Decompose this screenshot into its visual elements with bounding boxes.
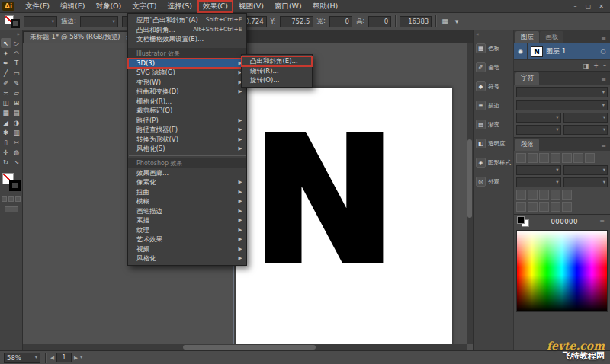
vertical-scrollbar-thumb[interactable]: [467, 139, 472, 218]
panel-button[interactable]: [516, 202, 526, 212]
align-center-button[interactable]: [528, 153, 538, 163]
column-graph-tool[interactable]: ▥: [11, 127, 22, 137]
dock-item-stroke[interactable]: ≡ 描边: [474, 96, 513, 115]
panel-button[interactable]: [551, 202, 560, 212]
rotate-tool[interactable]: ↻: [1, 157, 11, 167]
scale-tool[interactable]: ↘: [11, 157, 22, 167]
dock-item-transparency[interactable]: ◧ 透明度: [474, 134, 513, 153]
panel-menu-icon[interactable]: ≡: [601, 142, 608, 151]
menu-item-pixelate[interactable]: 像素化 ▶: [128, 177, 246, 187]
panel-button[interactable]: [528, 190, 538, 200]
slice-tool[interactable]: ✂: [11, 137, 22, 147]
menu-item-video[interactable]: 视频 ▶: [128, 244, 246, 254]
menu-item-pathfinder[interactable]: 路径查找器(F) ▶: [128, 125, 246, 135]
window-minimize-button[interactable]: –: [570, 3, 581, 10]
tab-layers[interactable]: 图层: [515, 31, 539, 43]
font-style-select[interactable]: ▾: [516, 100, 608, 110]
width-tool[interactable]: ≍: [1, 88, 11, 97]
document-tab[interactable]: 未标题-1* @ 58% (RGB/预览) ✕: [23, 31, 137, 43]
kerning-field[interactable]: ▾: [516, 125, 561, 135]
dock-item-symbols[interactable]: ◆ 符号: [474, 77, 513, 96]
justify-all-button[interactable]: [585, 153, 595, 163]
menu-item-distort[interactable]: 扭曲 ▶: [128, 187, 246, 197]
menu-item-sketch[interactable]: 素描 ▶: [128, 216, 246, 225]
free-transform-tool[interactable]: ▱: [11, 88, 22, 97]
tab-paragraph[interactable]: 段落: [515, 139, 539, 151]
panel-button[interactable]: [562, 202, 572, 212]
justify-right-button[interactable]: [573, 153, 583, 163]
visibility-eye-icon[interactable]: ◉: [514, 43, 528, 59]
artboard[interactable]: N: [236, 88, 452, 350]
window-close-button[interactable]: ✕: [596, 3, 607, 10]
layer-target-icon[interactable]: ○: [596, 48, 610, 55]
indent-left-field[interactable]: ▾: [516, 165, 561, 175]
panel-menu-icon[interactable]: ≡: [601, 76, 608, 85]
draw-behind-button[interactable]: [8, 196, 14, 202]
font-size-field[interactable]: ▾: [516, 113, 561, 123]
dock-item-graphic-styles[interactable]: ◈ 图形样式: [474, 153, 513, 172]
menu-item-document-raster-effects-settings[interactable]: 文档栅格效果设置(E)...: [128, 34, 246, 44]
misc-field[interactable]: 16383: [400, 16, 432, 27]
dock-item-swatches[interactable]: ▦ 色板: [474, 39, 513, 58]
indent-right-field[interactable]: ▾: [563, 165, 608, 175]
layer-name[interactable]: 图层 1: [546, 46, 596, 56]
hand-tool[interactable]: ✛: [1, 147, 11, 157]
draw-inside-button[interactable]: [15, 196, 21, 202]
menu-item-svg-filters[interactable]: SVG 滤镜(G) ▶: [128, 68, 246, 78]
panel-button[interactable]: [562, 190, 572, 200]
font-family-select[interactable]: ▾: [516, 87, 608, 97]
fill-stroke-swatches[interactable]: [5, 15, 20, 28]
new-layer-icon[interactable]: +: [593, 62, 599, 69]
canvas[interactable]: N: [23, 43, 473, 350]
shape-builder-tool[interactable]: ◫: [1, 97, 11, 107]
delete-layer-icon[interactable]: –: [603, 62, 606, 69]
window-maximize-button[interactable]: ▢: [583, 3, 594, 10]
artboard-number-field[interactable]: 1: [56, 353, 72, 362]
artboard-next-icon[interactable]: ▶: [74, 355, 78, 361]
horizontal-scrollbar[interactable]: [23, 344, 467, 350]
brush-definition-select[interactable]: ▾: [24, 16, 57, 27]
panel-menu-icon[interactable]: ≡: [599, 218, 607, 226]
hex-value[interactable]: 000000: [551, 218, 577, 225]
lasso-tool[interactable]: ◠: [11, 48, 22, 58]
menu-item-extrude-bevel-options[interactable]: 凸出和斜角... Alt+Shift+Ctrl+E: [128, 25, 246, 35]
width-field[interactable]: 0: [329, 16, 352, 27]
tab-character[interactable]: 字符: [515, 72, 539, 85]
panel-button[interactable]: [551, 190, 560, 200]
submenu-item-extrude-bevel[interactable]: 凸出和斜角(E)...: [242, 56, 312, 66]
symbol-sprayer-tool[interactable]: ✱: [1, 127, 11, 137]
menu-item-path[interactable]: 路径(P) ▶: [128, 116, 246, 126]
justify-left-button[interactable]: [551, 153, 560, 163]
y-field[interactable]: 752.5: [280, 16, 313, 27]
leading-field[interactable]: ▾: [563, 113, 608, 123]
dock-item-brushes[interactable]: ✐ 画笔: [474, 58, 513, 77]
menu-item-rasterize[interactable]: 栅格化(R)...: [128, 97, 246, 107]
screen-mode-button[interactable]: [5, 206, 18, 212]
arrange-documents-icon[interactable]: ▦: [440, 18, 450, 25]
dock-item-appearance[interactable]: ◎ 外观: [474, 172, 513, 191]
menu-object[interactable]: 对象(O): [90, 0, 127, 13]
menu-item-distort-transform[interactable]: 扭曲和变换(D) ▶: [128, 87, 246, 97]
eyedropper-tool[interactable]: ◢: [1, 117, 11, 127]
type-tool[interactable]: T: [11, 58, 22, 68]
zoom-level-select[interactable]: 58% ▾: [4, 353, 40, 363]
tracking-field[interactable]: ▾: [563, 125, 608, 135]
menu-item-effect-gallery[interactable]: 效果画廊...: [128, 168, 246, 178]
stroke-swatch[interactable]: [11, 19, 20, 28]
menu-file[interactable]: 文件(F): [20, 0, 55, 13]
panel-menu-icon[interactable]: ≡: [601, 35, 608, 43]
space-before-field[interactable]: ▾: [563, 177, 608, 187]
pen-tool[interactable]: ✒: [1, 58, 11, 68]
paintbrush-tool[interactable]: ✐: [1, 78, 11, 88]
menu-item-apply-extrude-bevel[interactable]: 应用“凸出和斜角”(A) Shift+Ctrl+E: [128, 15, 246, 25]
menu-help[interactable]: 帮助(H): [307, 0, 344, 13]
toolbox-stroke-swatch[interactable]: [9, 180, 21, 191]
align-right-button[interactable]: [539, 153, 549, 163]
gradient-tool[interactable]: ▤: [11, 107, 22, 117]
toolbox-fill-stroke[interactable]: [2, 173, 21, 191]
menu-item-3d[interactable]: 3D(3) ▶: [128, 59, 246, 69]
menu-item-texture[interactable]: 纹理 ▶: [128, 225, 246, 235]
menu-view[interactable]: 视图(V): [233, 0, 269, 13]
magic-wand-tool[interactable]: ✦: [1, 48, 11, 58]
color-spectrum[interactable]: [516, 230, 608, 312]
